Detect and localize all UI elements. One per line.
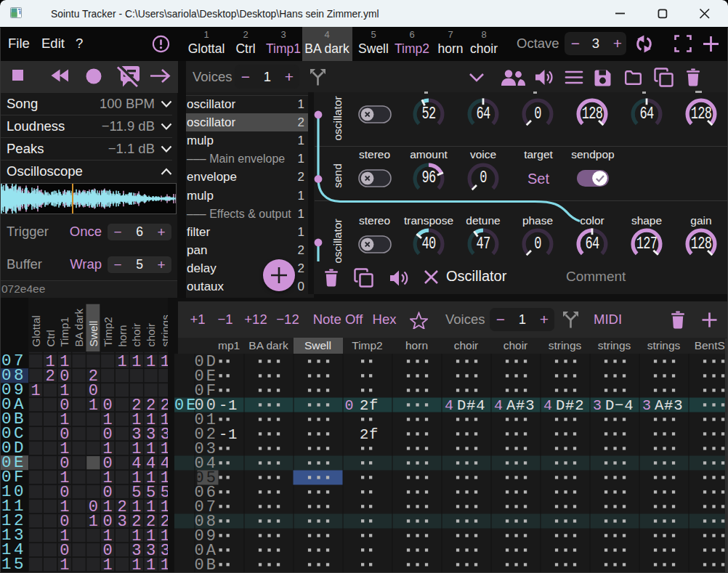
svg-text:1: 1	[89, 513, 98, 531]
svg-text:2f: 2f	[360, 397, 379, 414]
svg-text:D#2: D#2	[556, 397, 584, 414]
svg-text:horn: horn	[116, 325, 129, 346]
svg-text:1: 1	[89, 397, 98, 415]
svg-text:3: 3	[117, 513, 126, 531]
svg-text:1: 1	[31, 382, 41, 400]
svg-text:4: 4	[494, 397, 503, 414]
svg-text:Ctrl: Ctrl	[44, 330, 57, 346]
svg-text:3: 3	[642, 397, 651, 414]
svg-text:0: 0	[344, 397, 353, 414]
svg-text:A#3: A#3	[655, 397, 683, 414]
svg-text:1: 1	[132, 353, 141, 371]
svg-text:-1: -1	[219, 426, 238, 443]
svg-text:1: 1	[132, 556, 141, 573]
svg-text:1: 1	[60, 556, 69, 573]
svg-text:choir: choir	[130, 323, 142, 347]
svg-text:choir: choir	[145, 323, 157, 347]
svg-text:3: 3	[593, 397, 602, 414]
svg-text:Timp1: Timp1	[58, 317, 70, 346]
svg-text:0B: 0B	[195, 556, 218, 573]
svg-text:strings: strings	[159, 314, 168, 346]
svg-text:A#3: A#3	[506, 397, 535, 414]
svg-text:BA dark: BA dark	[73, 308, 85, 346]
svg-text:Swell: Swell	[87, 321, 100, 347]
svg-text:1: 1	[161, 556, 168, 573]
svg-text:1: 1	[103, 556, 113, 573]
svg-text:D−4: D−4	[605, 397, 634, 414]
svg-text:Glottal: Glottal	[30, 315, 42, 346]
svg-text:2f: 2f	[360, 426, 379, 443]
svg-text:1: 1	[146, 556, 155, 573]
svg-text:-1: -1	[219, 397, 238, 414]
svg-text:1: 1	[117, 353, 126, 371]
svg-text:2: 2	[45, 367, 54, 386]
svg-text:4: 4	[543, 397, 552, 414]
svg-text:4: 4	[445, 397, 453, 414]
svg-text:1: 1	[161, 353, 168, 371]
svg-text:1: 1	[146, 353, 155, 371]
svg-text:D#4: D#4	[457, 397, 485, 414]
svg-text:15: 15	[1, 555, 26, 573]
svg-text:Timp2: Timp2	[102, 317, 114, 346]
